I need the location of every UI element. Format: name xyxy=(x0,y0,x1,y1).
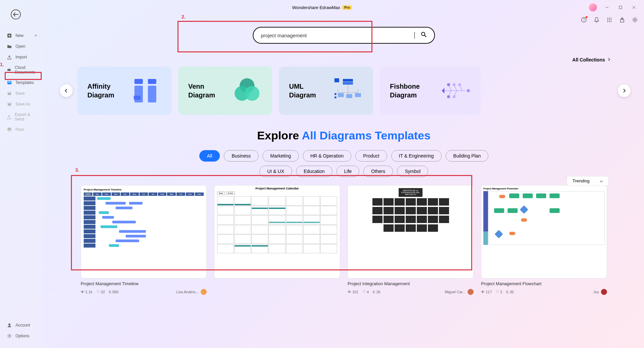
svg-point-24 xyxy=(8,323,10,325)
fishbone-diagram-icon xyxy=(440,77,471,104)
chevron-down-icon xyxy=(600,178,603,183)
minimize-button[interactable] xyxy=(600,2,614,13)
uml-diagram-icon xyxy=(333,77,363,104)
sidebar: New + Open Import Cloud Documents Templa… xyxy=(0,0,44,348)
svg-line-51 xyxy=(454,85,457,91)
sidebar-item-label: Import xyxy=(15,55,27,59)
svg-rect-23 xyxy=(8,130,11,132)
author-avatar xyxy=(201,289,207,295)
svg-rect-31 xyxy=(148,86,156,102)
save-as-icon xyxy=(7,101,12,107)
filter-others[interactable]: Others xyxy=(363,166,393,177)
filter-marketing[interactable]: Marketing xyxy=(263,150,298,162)
filter-education[interactable]: Education xyxy=(296,166,332,177)
filter-life[interactable]: Life xyxy=(336,166,360,177)
svg-rect-47 xyxy=(346,94,352,98)
add-new-icon[interactable]: + xyxy=(35,33,37,38)
svg-rect-29 xyxy=(148,79,156,84)
user-avatar[interactable] xyxy=(589,3,597,11)
options-icon xyxy=(7,333,12,339)
import-icon xyxy=(7,54,12,60)
account-icon xyxy=(7,322,12,328)
sidebar-item-label: Templates xyxy=(15,80,34,85)
close-button[interactable] xyxy=(627,2,641,13)
template-card[interactable]: Project Management Flowchart xyxy=(481,185,607,295)
svg-rect-36 xyxy=(334,78,339,82)
thumb-title: Project Management Flowchart xyxy=(483,187,605,190)
sidebar-item-cloud-documents[interactable]: Cloud Documents xyxy=(0,62,44,77)
copy-icon: ⎘ xyxy=(506,290,509,294)
sidebar-item-import[interactable]: Import xyxy=(0,52,44,62)
filter-it-engineering[interactable]: IT & Engineering xyxy=(391,150,442,162)
sidebar-item-open[interactable]: Open xyxy=(0,41,44,52)
sort-value: Trending xyxy=(572,178,590,183)
svg-line-50 xyxy=(449,85,451,91)
sidebar-item-label: Print xyxy=(15,127,24,132)
search-input[interactable] xyxy=(261,33,414,38)
filter-symbol[interactable]: Symbol xyxy=(397,166,428,177)
sidebar-item-account[interactable]: Account xyxy=(0,320,44,331)
category-card-affinity[interactable]: Affinity Diagram xyxy=(77,67,171,115)
carousel-next-button[interactable] xyxy=(618,84,631,97)
template-thumbnail: GESTIÓN DE LAINTEGRACIÓN DELPROYECTO xyxy=(348,185,474,278)
views-count: 1.1k xyxy=(85,290,92,294)
filter-business[interactable]: Business xyxy=(224,150,258,162)
template-card[interactable]: GESTIÓN DE LAINTEGRACIÓN DELPROYECTO P xyxy=(348,185,474,295)
author-avatar xyxy=(468,289,474,295)
templates-grid: Project Management Timeline 2019JanFebMa… xyxy=(44,185,644,295)
copy-icon: ⎘ xyxy=(373,290,375,294)
svg-point-45 xyxy=(334,96,336,98)
affinity-diagram-icon xyxy=(131,77,161,104)
template-title: Project Management Flowchart xyxy=(481,281,607,286)
search-icon[interactable] xyxy=(421,32,427,39)
sidebar-item-export-send: Export & Send xyxy=(0,110,44,124)
category-card-venn[interactable]: Venn Diagram xyxy=(178,67,272,115)
filter-product[interactable]: Product xyxy=(355,150,387,162)
svg-rect-57 xyxy=(458,83,461,86)
author-avatar xyxy=(601,289,607,295)
svg-rect-48 xyxy=(355,93,361,97)
plus-box-icon xyxy=(7,33,12,38)
template-stats: 👁1.1k ♡32 ⎘950 Lisa Anders... xyxy=(81,289,207,295)
svg-rect-37 xyxy=(343,79,353,82)
filter-ui-ux[interactable]: UI & UX xyxy=(259,166,292,177)
venn-diagram-icon xyxy=(232,77,262,104)
eye-icon: 👁 xyxy=(81,290,84,294)
svg-rect-56 xyxy=(453,83,455,86)
chevron-right-icon xyxy=(608,57,610,62)
sidebar-bottom: Account Options xyxy=(0,320,44,341)
sidebar-item-label: Save xyxy=(15,91,25,96)
category-card-fishbone[interactable]: Fishbone Diagram xyxy=(380,67,481,115)
cloud-icon xyxy=(7,67,11,73)
svg-rect-46 xyxy=(338,93,344,97)
copies-count: 35 xyxy=(510,290,514,294)
category-card-uml[interactable]: UML Diagram xyxy=(279,67,373,115)
sidebar-item-label: Account xyxy=(15,323,30,328)
sidebar-item-options[interactable]: Options xyxy=(0,331,44,341)
filter-building-plan[interactable]: Building Plan xyxy=(446,150,489,162)
sidebar-item-templates[interactable]: Templates xyxy=(0,77,44,88)
template-stats: 👁117 ♡2 ⎘35 Joy xyxy=(481,289,607,295)
template-card[interactable]: Project Management Timeline 2019JanFebMa… xyxy=(81,185,207,295)
filter-all[interactable]: All xyxy=(199,150,220,162)
maximize-button[interactable] xyxy=(614,2,627,13)
template-stats: 👁101 ♡4 ⎘26 Miguel Car... xyxy=(348,289,474,295)
print-icon xyxy=(7,127,12,132)
sidebar-item-new[interactable]: New + xyxy=(0,30,44,41)
filter-hr-operation[interactable]: HR & Operation xyxy=(303,150,352,162)
likes-count: 4 xyxy=(367,290,369,294)
app-title: Wondershare EdrawMax Pro xyxy=(292,5,352,10)
svg-rect-20 xyxy=(8,82,11,82)
category-title: Venn Diagram xyxy=(188,82,225,99)
carousel-prev-button[interactable] xyxy=(60,84,73,97)
sidebar-item-label: Export & Send xyxy=(15,112,37,122)
all-collections-link[interactable]: All Collections xyxy=(572,57,610,62)
likes-count: 32 xyxy=(101,290,105,294)
explore-prefix: Explore xyxy=(257,129,302,142)
svg-point-44 xyxy=(334,93,336,95)
views-count: 101 xyxy=(352,290,358,294)
template-card[interactable]: Project Management Calendar StartFinish xyxy=(214,185,340,295)
sort-dropdown[interactable]: Trending xyxy=(567,176,609,186)
template-thumbnail: Project Management Timeline 2019JanFebMa… xyxy=(81,185,207,278)
pro-badge: Pro xyxy=(342,5,352,10)
